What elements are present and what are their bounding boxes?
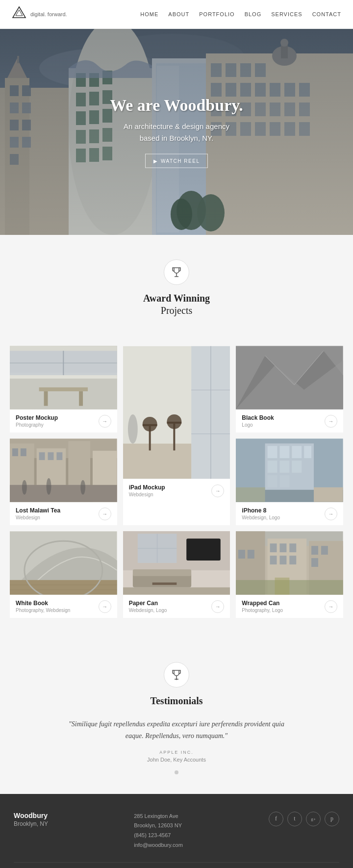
svg-rect-142 [152,583,176,585]
trophy-icon [164,259,189,285]
svg-rect-154 [270,556,277,564]
svg-rect-123 [268,475,277,487]
svg-rect-79 [79,391,83,406]
svg-rect-159 [311,558,318,567]
svg-rect-152 [280,543,287,552]
card-arrow-black-book[interactable]: → [325,415,337,428]
testimonial-company: APPLE INC. [10,750,343,755]
testimonial-dot [175,770,178,774]
hero-cta-label: WATCH REEL [161,158,200,164]
card-title-lost-malawi-tea: Lost Malawi Tea [16,507,60,514]
card-arrow-paper-can[interactable]: → [211,600,224,613]
card-image-iphone-8 [236,438,343,502]
card-title-white-book: White Book [16,600,70,607]
card-image-lost-malawi-tea [10,438,117,502]
svg-rect-149 [238,550,245,559]
svg-rect-155 [280,556,287,564]
play-icon: ▶ [153,158,158,164]
nav-blog[interactable]: BLOG [245,11,262,17]
nav-portfolio[interactable]: PORTFOLIO [199,11,234,17]
card-info-paper-can: Paper Can Webdesign, Logo → [123,595,230,618]
card-arrow-white-book[interactable]: → [99,600,111,613]
card-ipad-mockup: iPad Mockup Webdesign → [123,346,230,525]
svg-rect-116 [268,446,277,458]
card-category-poster-mockup: Photography [16,422,58,428]
nav-contact[interactable]: CONTACT [312,11,341,17]
svg-marker-0 [13,7,25,18]
svg-rect-119 [304,446,311,458]
card-title-black-book: Black Book [242,414,274,421]
card-iphone-8: iPhone 8 Webdesign, Logo → [236,438,343,525]
footer-email: info@woodbury.com [134,841,183,850]
footer-main: Woodbury Brooklyn, NY 285 Lexington Ave … [14,812,339,850]
nav-services[interactable]: SERVICES [271,11,302,17]
card-white-book: White Book Photography, Webdesign → [10,531,117,618]
card-image-paper-can [123,531,230,595]
footer-contact: 285 Lexington Ave Brooklyn, 12603 NY (84… [134,812,183,850]
card-arrow-iphone-8[interactable]: → [325,508,337,520]
main-nav: HOME ABOUT PORTFOLIO BLOG SERVICES CONTA… [140,11,341,17]
svg-point-163 [176,679,177,680]
testimonial-person: John Doe, Key Accounts [10,757,343,763]
svg-rect-118 [292,446,302,458]
card-info-black-book: Black Book Logo → [236,409,343,433]
card-arrow-ipad-mockup[interactable]: → [211,485,224,497]
testimonials-title: Testimonials [10,695,343,707]
svg-rect-89 [123,444,191,479]
nav-home[interactable]: HOME [140,11,158,17]
logo-tagline: digital. forward. [30,11,67,17]
footer-address-1: 285 Lexington Ave [134,812,183,821]
footer-address-2: Brooklyn, 12603 NY [134,821,183,831]
svg-rect-124 [280,475,290,487]
svg-rect-77 [39,387,88,391]
social-googleplus[interactable]: g+ [306,812,321,826]
nav-about[interactable]: ABOUT [168,11,189,17]
card-lost-malawi-tea: Lost Malawi Tea Webdesign → [10,438,117,525]
svg-rect-75 [10,375,117,409]
testimonial-quote: "Similique fugit repellendus expedita ex… [64,718,289,742]
card-arrow-lost-malawi-tea[interactable]: → [99,508,111,520]
svg-point-110 [22,480,27,495]
footer-brand-location: Brooklyn, NY [14,820,48,827]
svg-rect-143 [123,587,230,595]
svg-rect-151 [270,543,277,552]
svg-point-95 [167,414,181,429]
svg-rect-117 [280,446,290,458]
svg-rect-161 [275,578,290,595]
card-image-poster-mockup [10,346,117,409]
card-image-white-book [10,531,117,595]
header: digital. forward. HOME ABOUT PORTFOLIO B… [0,0,353,29]
footer-brand: Woodbury Brooklyn, NY [14,812,48,827]
footer: Woodbury Brooklyn, NY 285 Lexington Ave … [0,794,353,868]
svg-point-96 [128,414,138,444]
watch-reel-button[interactable]: ▶ WATCH REEL [145,154,208,168]
svg-rect-106 [39,452,45,460]
card-wrapped-can: Wrapped Can Photography, Logo → [236,531,343,618]
awards-title: Award Winning [10,293,343,304]
card-category-ipad-mockup: Webdesign [129,492,165,497]
card-arrow-wrapped-can[interactable]: → [325,600,337,613]
card-info-wrapped-can: Wrapped Can Photography, Logo → [236,595,343,618]
svg-rect-105 [21,448,26,456]
svg-rect-122 [292,460,302,473]
testimonials-icon [164,662,189,688]
hero-section: We are Woodbury. An architecture & desig… [0,29,353,235]
svg-rect-153 [290,543,297,552]
social-twitter[interactable]: t [287,812,302,826]
card-poster-mockup: Poster Mockup Photography → [10,346,117,433]
svg-rect-121 [280,460,290,473]
svg-rect-78 [44,391,48,406]
card-title-poster-mockup: Poster Mockup [16,414,58,421]
card-arrow-poster-mockup[interactable]: → [99,415,111,428]
svg-rect-157 [311,546,318,555]
svg-rect-158 [321,546,328,555]
card-info-iphone-8: iPhone 8 Webdesign, Logo → [236,502,343,525]
social-pinterest[interactable]: p [325,812,339,826]
card-title-iphone-8: iPhone 8 [242,507,280,514]
svg-rect-127 [314,487,343,502]
svg-point-92 [142,417,157,432]
svg-rect-108 [56,452,62,460]
card-title-paper-can: Paper Can [129,600,167,607]
logo-icon[interactable] [12,6,26,23]
social-facebook[interactable]: f [269,812,283,826]
